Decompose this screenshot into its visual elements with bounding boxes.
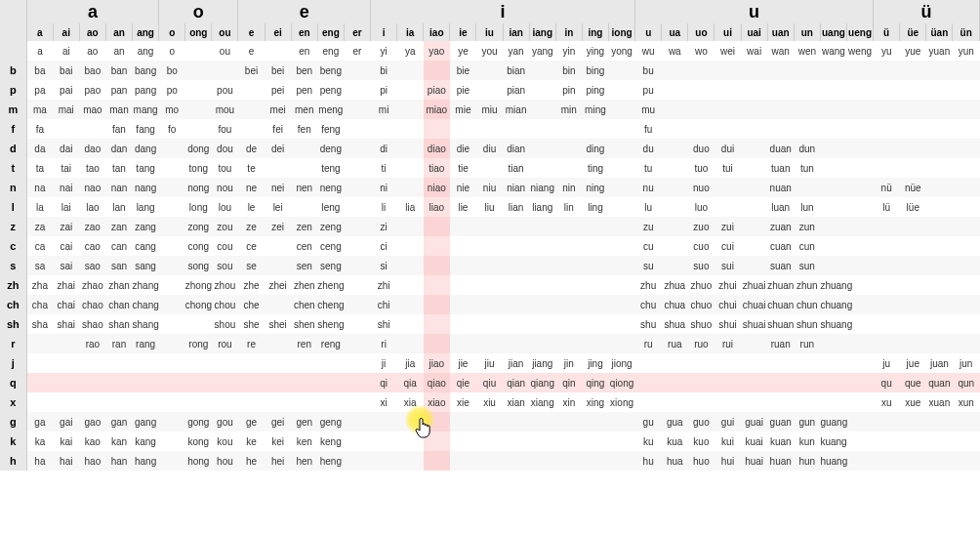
pinyin-cell[interactable]: han xyxy=(105,451,132,471)
pinyin-cell[interactable]: min xyxy=(555,100,582,119)
pinyin-cell[interactable] xyxy=(159,197,185,217)
pinyin-cell[interactable]: dian xyxy=(503,139,529,158)
pinyin-cell[interactable] xyxy=(344,100,370,119)
pinyin-cell[interactable]: nai xyxy=(53,178,79,197)
pinyin-cell[interactable] xyxy=(397,100,424,119)
pinyin-cell[interactable]: fang xyxy=(133,119,159,139)
pinyin-cell[interactable] xyxy=(555,334,582,353)
pinyin-cell[interactable]: qiang xyxy=(529,373,555,392)
pinyin-cell[interactable]: hen xyxy=(291,451,317,471)
pinyin-cell[interactable] xyxy=(953,178,980,197)
pinyin-cell[interactable] xyxy=(900,61,926,80)
pinyin-cell[interactable]: bei xyxy=(238,61,265,80)
pinyin-cell[interactable] xyxy=(688,61,715,80)
pinyin-cell[interactable] xyxy=(529,256,555,275)
pinyin-cell[interactable] xyxy=(609,217,635,236)
pinyin-cell[interactable]: fan xyxy=(105,119,132,139)
pinyin-cell[interactable] xyxy=(820,392,846,412)
pinyin-cell[interactable]: kua xyxy=(662,432,688,451)
pinyin-cell[interactable]: chong xyxy=(185,295,212,314)
pinyin-cell[interactable]: leng xyxy=(317,197,344,217)
pinyin-cell[interactable] xyxy=(900,236,926,256)
pinyin-cell[interactable]: hang xyxy=(133,451,159,471)
pinyin-cell[interactable]: zhe xyxy=(238,275,265,295)
pinyin-cell[interactable]: she xyxy=(238,314,265,334)
pinyin-cell[interactable]: xue xyxy=(900,392,926,412)
pinyin-cell[interactable] xyxy=(582,236,608,256)
pinyin-cell[interactable] xyxy=(820,197,846,217)
pinyin-cell[interactable]: duan xyxy=(767,139,794,158)
pinyin-cell[interactable] xyxy=(344,256,370,275)
pinyin-cell[interactable]: er xyxy=(344,41,370,61)
pinyin-cell[interactable] xyxy=(609,451,635,471)
pinyin-cell[interactable]: xu xyxy=(874,392,900,412)
pinyin-cell[interactable]: dong xyxy=(185,139,212,158)
pinyin-cell[interactable]: pi xyxy=(371,80,397,100)
pinyin-cell[interactable] xyxy=(476,432,503,451)
pinyin-cell[interactable] xyxy=(185,119,212,139)
pinyin-cell[interactable]: sun xyxy=(794,256,820,275)
pinyin-cell[interactable] xyxy=(767,392,794,412)
pinyin-cell[interactable]: xiao xyxy=(424,392,450,412)
pinyin-cell[interactable] xyxy=(555,275,582,295)
pinyin-cell[interactable]: tui xyxy=(715,158,741,178)
pinyin-cell[interactable]: ga xyxy=(26,412,53,432)
pinyin-cell[interactable] xyxy=(555,236,582,256)
pinyin-cell[interactable] xyxy=(159,432,185,451)
pinyin-cell[interactable] xyxy=(926,119,953,139)
pinyin-cell[interactable] xyxy=(794,80,820,100)
pinyin-cell[interactable]: ri xyxy=(371,334,397,353)
pinyin-cell[interactable]: meng xyxy=(317,100,344,119)
pinyin-cell[interactable]: zhui xyxy=(715,275,741,295)
pinyin-cell[interactable]: qia xyxy=(397,373,424,392)
pinyin-cell[interactable]: seng xyxy=(317,256,344,275)
pinyin-cell[interactable]: yuan xyxy=(926,41,953,61)
pinyin-cell[interactable] xyxy=(450,412,476,432)
pinyin-cell[interactable]: weng xyxy=(847,41,874,61)
pinyin-cell[interactable] xyxy=(476,295,503,314)
pinyin-cell[interactable] xyxy=(953,61,980,80)
pinyin-cell[interactable] xyxy=(529,100,555,119)
pinyin-cell[interactable] xyxy=(953,197,980,217)
pinyin-cell[interactable] xyxy=(662,139,688,158)
pinyin-cell[interactable] xyxy=(397,236,424,256)
pinyin-cell[interactable]: hua xyxy=(662,451,688,471)
pinyin-cell[interactable]: luo xyxy=(688,197,715,217)
pinyin-cell[interactable]: mo xyxy=(159,100,185,119)
pinyin-cell[interactable]: nou xyxy=(212,178,238,197)
pinyin-cell[interactable] xyxy=(662,158,688,178)
pinyin-cell[interactable] xyxy=(371,119,397,139)
pinyin-cell[interactable]: pei xyxy=(265,80,291,100)
pinyin-cell[interactable] xyxy=(476,80,503,100)
pinyin-cell[interactable] xyxy=(503,432,529,451)
pinyin-cell[interactable] xyxy=(476,61,503,80)
pinyin-cell[interactable]: lin xyxy=(555,197,582,217)
pinyin-cell[interactable] xyxy=(344,412,370,432)
pinyin-cell[interactable]: kang xyxy=(133,432,159,451)
pinyin-cell[interactable]: luan xyxy=(767,197,794,217)
pinyin-cell[interactable] xyxy=(874,295,900,314)
pinyin-cell[interactable] xyxy=(582,295,608,314)
pinyin-cell[interactable] xyxy=(900,256,926,275)
pinyin-cell[interactable]: xian xyxy=(503,392,529,412)
pinyin-cell[interactable]: cou xyxy=(212,236,238,256)
pinyin-cell[interactable] xyxy=(424,256,450,275)
pinyin-cell[interactable] xyxy=(133,373,159,392)
pinyin-cell[interactable]: mie xyxy=(450,100,476,119)
pinyin-cell[interactable]: que xyxy=(900,373,926,392)
pinyin-cell[interactable]: zi xyxy=(371,217,397,236)
pinyin-cell[interactable] xyxy=(926,295,953,314)
pinyin-cell[interactable] xyxy=(238,119,265,139)
pinyin-cell[interactable] xyxy=(159,275,185,295)
pinyin-cell[interactable] xyxy=(662,178,688,197)
pinyin-cell[interactable]: xing xyxy=(582,392,608,412)
pinyin-cell[interactable]: zuo xyxy=(688,217,715,236)
pinyin-cell[interactable]: en xyxy=(291,41,317,61)
pinyin-cell[interactable]: guang xyxy=(820,412,846,432)
pinyin-cell[interactable]: mian xyxy=(503,100,529,119)
pinyin-cell[interactable] xyxy=(291,373,317,392)
pinyin-cell[interactable]: shua xyxy=(662,314,688,334)
pinyin-cell[interactable]: xun xyxy=(953,392,980,412)
pinyin-cell[interactable]: guo xyxy=(688,412,715,432)
pinyin-cell[interactable] xyxy=(529,217,555,236)
